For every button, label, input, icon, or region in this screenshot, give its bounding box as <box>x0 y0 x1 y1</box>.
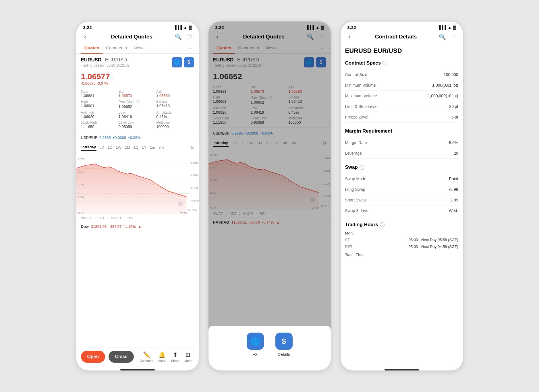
bottom-bar-1: Open Close ✏️ Comment 🔔 Alerts ⬆ Share ⊞… <box>76 348 199 367</box>
popup-sheet-2: 🌐 FX $ Details <box>208 326 331 370</box>
search-icon-3[interactable]: 🔍 <box>438 33 447 40</box>
chart-tab-1m-1[interactable]: 1M <box>124 144 131 151</box>
section-title-margin-text: Margin Requirement <box>345 128 392 134</box>
svg-text:1.064: 1.064 <box>78 196 84 199</box>
spec-row-margin-rate: Margin Rate 5.0% <box>345 137 458 148</box>
spec-row-swap-3days: Swap 3 days Wed. <box>345 205 458 216</box>
quote-cell-bidlow-1: Bid low 1.06413 <box>156 100 194 109</box>
alerts-label-1: Alerts <box>158 359 166 362</box>
status-icons-1: ▐▐▐ ▲ ▓ <box>174 25 192 30</box>
back-button-1[interactable]: ‹ <box>81 34 90 40</box>
quote-grid-1: Open 1.06881 Bid 1.06573 Ask 1.06580 Hig… <box>76 88 199 131</box>
svg-text:0.15%: 0.15% <box>190 174 198 177</box>
header-1: ‹ Detailed Quotes 🔍 ♡ <box>76 31 199 42</box>
trading-hours-content: Mon. ST 06:03 - Next Day 05:58 (SGT) DST… <box>345 231 458 257</box>
indicator-macd-1[interactable]: MACD <box>111 216 121 220</box>
section-title-swap: Swap i <box>345 164 458 170</box>
home-indicator-3 <box>385 369 419 370</box>
search-icon-1[interactable]: 🔍 <box>174 33 183 40</box>
chart-tab-1d-1[interactable]: 1D <box>107 144 113 151</box>
more-action-1[interactable]: ⊞ More <box>184 351 192 362</box>
quote-cell-low-1: Low 1.06419 <box>119 110 156 119</box>
tab-news-1[interactable]: News <box>130 42 148 54</box>
section-title-specs-text: Contract Specs <box>345 60 381 66</box>
contract-content-3: EURUSD EUR/USD Contract Specs i Contrat … <box>341 42 463 367</box>
quote-name-1: EUR/USD <box>105 57 127 63</box>
quote-cell-bid-1: Bid 1.06573 <box>119 90 156 98</box>
chart-tab-1q-1[interactable]: 1Q <box>133 144 139 151</box>
popup-overlay-2[interactable]: 🌐 FX $ Details <box>208 22 331 370</box>
price-main-1: 1.06577 <box>81 72 110 81</box>
quote-info-1: EURUSD EUR/USD Trading Session 03/20 15:… <box>76 54 199 70</box>
screenshot-wrapper: 3:22 ▐▐▐ ▲ ▓ ‹ Detailed Quotes 🔍 ♡ Quote… <box>0 0 539 392</box>
margin-rows: Margin Rate 5.0% Leverage 20 <box>345 137 458 159</box>
swap-info-icon[interactable]: i <box>360 165 364 170</box>
inverse-rate-val-1: 0.9385 <box>99 135 111 140</box>
alerts-action-1[interactable]: 🔔 Alerts <box>158 351 166 362</box>
svg-text:1.065: 1.065 <box>78 183 84 186</box>
chart-tabs-1: Intraday 5D 1D 1W 1M 1Q 1Y 1m 3m ⚙ <box>76 142 199 151</box>
hours-info-icon[interactable]: i <box>380 222 385 227</box>
chart-tab-intraday-1[interactable]: Intraday <box>81 144 97 151</box>
close-button-1[interactable]: Close <box>109 351 134 363</box>
ticker-pct-1: -1.19% <box>124 224 136 229</box>
quote-cell-high-1: High 1.06901 <box>81 100 119 109</box>
quote-cell-multiplier-1: Multiplier 100000 <box>156 121 194 129</box>
wifi-icon: ▲ <box>183 25 187 30</box>
comment-action-1[interactable]: ✏️ Comment <box>140 351 153 362</box>
quote-cell-52low-1: 52wk Low 0.95359 <box>119 121 156 129</box>
popup-item-fx[interactable]: 🌐 FX <box>247 333 264 357</box>
tab-menu-icon-1[interactable]: ≡ <box>186 43 194 53</box>
share-action-1[interactable]: ⬆ Share <box>171 351 179 362</box>
popup-item-details[interactable]: $ Details <box>275 333 293 357</box>
indicator-kdj-1[interactable]: KDJ <box>98 216 104 220</box>
ticker-arrow-1: ▲ <box>138 225 141 229</box>
price-main-row-1: 1.06577 ↓ <box>81 72 194 81</box>
hours-row-mon-dst: DST 05:03 - Next Day 04:58 (SGT) <box>345 243 458 250</box>
price-section-1: 1.06577 ↓ -0.00075 -0.07% <box>76 70 199 88</box>
chart-tab-3min-1[interactable]: 3m <box>158 144 164 151</box>
grid-icon-1: ⊞ <box>186 351 190 358</box>
header-3: ‹ Contract Details 🔍 ··· <box>341 31 463 42</box>
fx-icon-btn-1[interactable]: 🌐 <box>172 57 182 67</box>
signal-icon-3: ▐▐▐ <box>438 25 446 30</box>
dollar-popup-icon: $ <box>282 337 286 346</box>
chart-tab-5d-1[interactable]: 5D <box>99 144 105 151</box>
details-icon-btn-1[interactable]: $ <box>184 57 194 67</box>
quote-symbol-1: EURUSD <box>81 57 102 63</box>
open-button-1[interactable]: Open <box>81 351 105 363</box>
contract-symbol-3: EURUSD EUR/USD <box>345 47 458 55</box>
chart-tab-1w-1[interactable]: 1W <box>115 144 122 151</box>
spec-row-long-swap: Long Swap -8.98 <box>345 184 458 195</box>
quote-cell-ask-1: Ask 1.06580 <box>156 90 194 98</box>
tab-quotes-1[interactable]: Quotes <box>81 42 103 54</box>
divider-1 <box>76 132 199 132</box>
back-button-3[interactable]: ‹ <box>345 34 354 40</box>
header-icons-right-1: 🔍 ♡ <box>174 33 194 40</box>
more-icon-3[interactable]: ··· <box>450 33 458 40</box>
status-bar-1: 3:22 ▐▐▐ ▲ ▓ <box>76 22 199 31</box>
status-bar-3: 3:22 ▐▐▐ ▲ ▓ <box>341 22 463 31</box>
svg-text:1.070: 1.070 <box>78 158 84 161</box>
indicator-rsi-1[interactable]: RSI <box>127 216 133 220</box>
tabs-1: Quotes Comments News ≡ <box>76 42 199 54</box>
price-change-1: -0.00075 -0.07% <box>81 81 194 86</box>
svg-text:0.01%: 0.01% <box>190 187 198 189</box>
status-time-1: 3:22 <box>83 25 92 30</box>
chart-tab-1min-1[interactable]: 1m <box>149 144 156 151</box>
more-label-1: More <box>184 359 192 362</box>
heart-icon-1[interactable]: ♡ <box>186 33 194 40</box>
ticker-bar-1: Dow 31861.98 -384.57 -1.19% ▲ <box>76 222 199 231</box>
inverse-rate-1: USD/EUR 0.9385 +0.0008 +0.09% <box>76 133 199 142</box>
chart-tab-1y-1[interactable]: 1Y <box>141 144 147 151</box>
tab-comments-1[interactable]: Comments <box>103 42 130 54</box>
hours-day-tue-thu: Tue. - Thu. <box>345 253 458 257</box>
indicator-vwap-1[interactable]: VWAP <box>81 216 91 220</box>
quote-cell-52high-1: 52wk High 1.11850 <box>81 121 119 129</box>
svg-text:-0.26%: -0.26% <box>188 209 196 212</box>
svg-text:-0.12%: -0.12% <box>190 199 199 202</box>
page-title-3: Contract Details <box>354 34 438 40</box>
status-time-3: 3:22 <box>347 25 356 30</box>
specs-info-icon[interactable]: i <box>382 61 387 65</box>
chart-settings-icon-1[interactable]: ⚙ <box>190 145 194 150</box>
